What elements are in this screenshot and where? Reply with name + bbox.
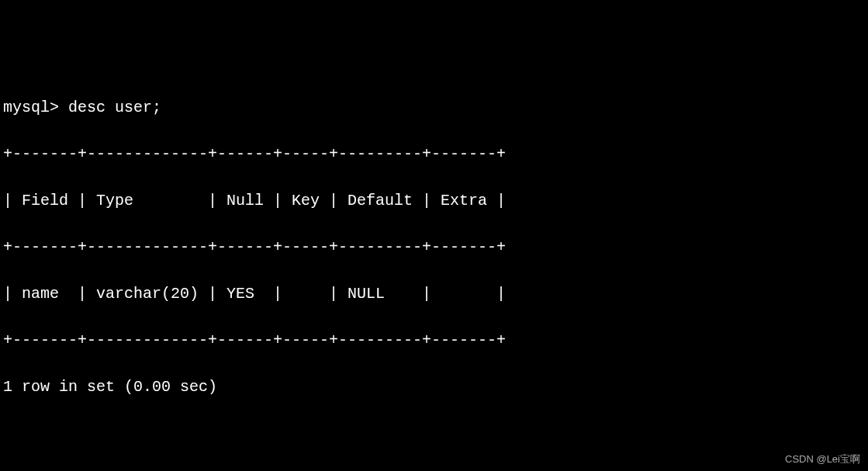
table1-border-bottom: +-------+-------------+------+-----+----… [3, 329, 865, 352]
table1-row: | name | varchar(20) | YES | | NULL | | [3, 282, 865, 306]
prompt-line-1: mysql> desc user; [3, 96, 865, 119]
table1-border-top: +-------+-------------+------+-----+----… [3, 143, 865, 166]
mysql-prompt: mysql> [3, 99, 68, 116]
command-desc-1: desc user; [68, 99, 161, 116]
watermark-text: CSDN @Lei宝啊 [785, 452, 860, 467]
table1-footer: 1 row in set (0.00 sec) [3, 376, 865, 399]
table1-border-mid: +-------+-------------+------+-----+----… [3, 236, 865, 259]
table1-header: | Field | Type | Null | Key | Default | … [3, 189, 865, 213]
blank-line-1 [3, 422, 865, 445]
